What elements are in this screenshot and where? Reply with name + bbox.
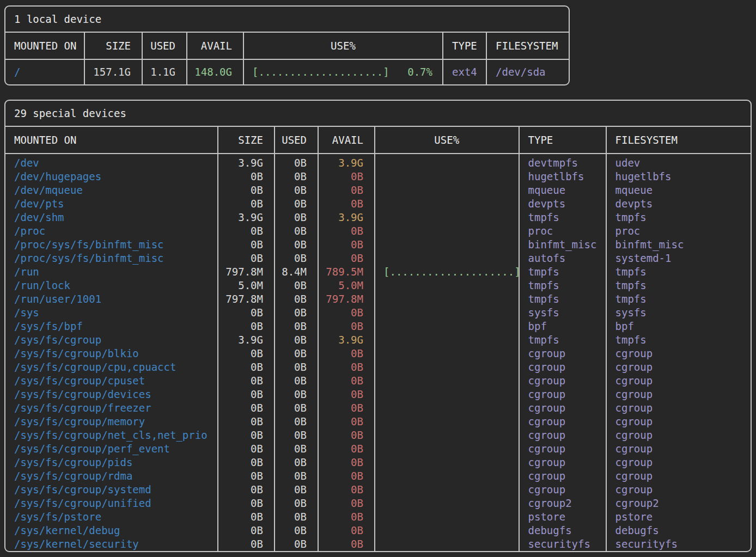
avail-cell: 0B [319,510,375,524]
size-cell: 0B [218,197,275,211]
type-cell: devpts [520,197,607,211]
size-cell: 0B [218,360,275,374]
used-cell: 0B [275,388,319,401]
type-cell: pstore [520,510,607,524]
avail-cell: 0B [319,252,375,265]
used-cell: 0B [275,292,319,306]
filesystem-cell: debugfs [607,524,751,537]
used-cell: 0B [275,497,319,510]
special-devices-table: MOUNTED ONSIZEUSEDAVAILUSE%TYPEFILESYSTE… [5,127,751,551]
size-cell: 0B [218,497,275,510]
usage-cell [375,320,520,333]
mount-cell: /proc/sys/fs/binfmt_misc [5,252,218,265]
used-cell: 1.1G [143,60,187,84]
type-cell: cgroup2 [520,497,607,510]
mount-cell: /sys/fs/cgroup/unified [5,497,218,510]
filesystem-column-header: FILESYSTEM [607,127,751,154]
filesystem-cell: hugetlbfs [607,170,751,183]
used-cell: 0B [275,238,319,252]
size-cell: 3.9G [218,333,275,347]
used-cell: 0B [275,401,319,415]
mount-cell: /sys [5,306,218,320]
mount-cell: /sys/kernel/security [5,537,218,551]
local-devices-panel: 1 local device MOUNTED ONSIZEUSEDAVAILUS… [4,5,570,85]
usage-cell [375,252,520,265]
size-cell: 0B [218,252,275,265]
filesystem-cell: devpts [607,197,751,211]
mount-cell: /sys/fs/cgroup/memory [5,415,218,429]
mount-cell: /sys/fs/cgroup/net_cls,net_prio [5,429,218,442]
mount-cell: /dev/pts [5,197,218,211]
usage-cell [375,333,520,347]
type-cell: tmpfs [520,292,607,306]
mounted-on-column-header: MOUNTED ON [5,33,85,60]
avail-cell: 0B [319,197,375,211]
filesystem-cell: cgroup2 [607,497,751,510]
type-cell: cgroup [520,347,607,360]
type-cell: proc [520,224,607,238]
filesystem-cell: cgroup [607,442,751,456]
avail-cell: 5.0M [319,279,375,292]
type-cell: cgroup [520,388,607,401]
avail-column-header: AVAIL [319,127,375,154]
usage-cell [375,279,520,292]
filesystem-cell: cgroup [607,469,751,483]
local-devices-title: 1 local device [5,7,569,33]
type-cell: tmpfs [520,279,607,292]
used-cell: 0B [275,374,319,388]
size-column-header: SIZE [218,127,275,154]
type-cell: devtmpfs [520,154,607,170]
avail-cell: 0B [319,360,375,374]
filesystem-cell: bpf [607,320,751,333]
size-cell: 0B [218,442,275,456]
used-cell: 0B [275,347,319,360]
size-cell: 797.8M [218,265,275,279]
usage-percent: 0.7% [407,60,432,84]
usage-cell [375,183,520,197]
filesystem-cell: udev [607,154,751,170]
used-cell: 0B [275,483,319,497]
mount-cell: /sys/fs/cgroup/devices [5,388,218,401]
type-cell: autofs [520,252,607,265]
mount-cell: /proc [5,224,218,238]
type-cell: ext4 [443,60,487,84]
used-cell: 0B [275,333,319,347]
usage-cell [375,238,520,252]
size-cell: 0B [218,306,275,320]
used-cell: 0B [275,252,319,265]
usage-cell: [....................]0.7% [244,60,443,84]
usage-cell [375,170,520,183]
size-cell: 0B [218,537,275,551]
filesystem-cell: /dev/sda [487,60,569,84]
used-cell: 0B [275,524,319,537]
size-cell: 0B [218,456,275,469]
type-cell: cgroup [520,456,607,469]
mount-cell: /sys/fs/cgroup/cpuset [5,374,218,388]
mount-cell: /sys/fs/cgroup/freezer [5,401,218,415]
mount-cell: /sys/fs/cgroup/rdma [5,469,218,483]
size-cell: 0B [218,388,275,401]
mount-cell: /sys/fs/cgroup/pids [5,456,218,469]
avail-cell: 0B [319,388,375,401]
type-cell: cgroup [520,483,607,497]
used-cell: 0B [275,306,319,320]
filesystem-cell: cgroup [607,347,751,360]
avail-cell: 3.9G [319,154,375,170]
size-cell: 0B [218,469,275,483]
avail-cell: 0B [319,469,375,483]
type-cell: securityfs [520,537,607,551]
usage-cell [375,306,520,320]
filesystem-cell: cgroup [607,429,751,442]
mount-cell: /sys/fs/pstore [5,510,218,524]
usage-cell [375,524,520,537]
mount-cell: /run [5,265,218,279]
special-devices-title: 29 special devices [5,101,751,127]
avail-cell: 0B [319,238,375,252]
avail-cell: 0B [319,183,375,197]
size-cell: 3.9G [218,154,275,170]
avail-cell: 797.8M [319,292,375,306]
mount-cell: /run/lock [5,279,218,292]
avail-cell: 0B [319,537,375,551]
mount-cell: /sys/fs/cgroup/cpu,cpuacct [5,360,218,374]
size-cell: 0B [218,429,275,442]
